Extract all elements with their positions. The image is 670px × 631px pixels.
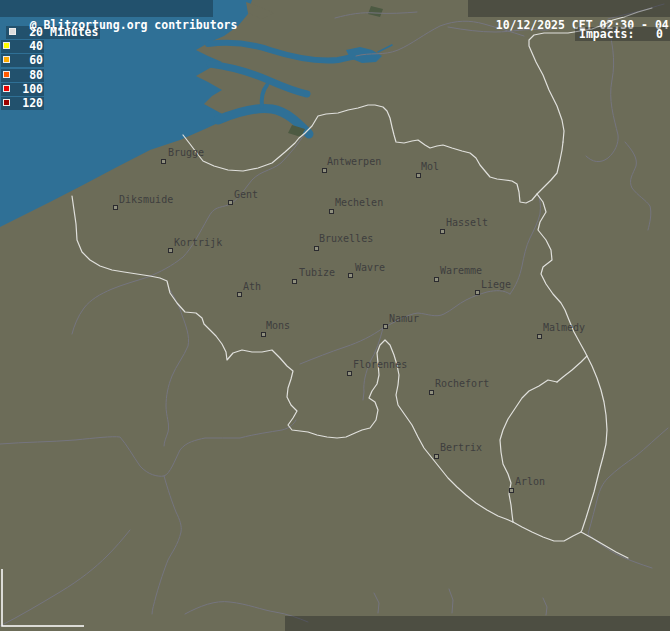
city-marker-gent (228, 200, 233, 205)
city-marker-liege (475, 290, 480, 295)
legend-minutes-value: 120 (22, 97, 43, 110)
impacts-value: 0 (656, 27, 663, 41)
city-label-tubize: Tubize (299, 267, 335, 278)
legend-swatch-120 (3, 99, 10, 106)
impacts-label: Impacts: (579, 27, 634, 41)
city-label-mol: Mol (421, 161, 439, 172)
city-label-namur: Namur (389, 313, 419, 324)
datetime-bar: 10/12/2025 CET 02:30 - 04:30 (468, 0, 670, 17)
city-marker-antwerpen (322, 168, 327, 173)
city-marker-ath (237, 292, 242, 297)
city-marker-tubize (292, 279, 297, 284)
city-marker-mol (416, 173, 421, 178)
city-marker-waremme (434, 277, 439, 282)
city-label-mechelen: Mechelen (335, 197, 383, 208)
city-label-ath: Ath (243, 281, 261, 292)
legend-row-60: 60 (1, 54, 44, 67)
legend-swatch-100 (3, 85, 10, 92)
city-marker-wavre (348, 273, 353, 278)
city-marker-bruxelles (314, 246, 319, 251)
lightning-map-screen: BruggeAntwerpenMolDiksmuideGentMechelenH… (0, 0, 670, 631)
city-label-bertrix: Bertrix (440, 442, 482, 453)
city-label-brugge: Brugge (168, 147, 204, 158)
city-label-gent: Gent (234, 189, 258, 200)
city-label-liege: Liege (481, 279, 511, 290)
attribution-text: @ Blitzortung.org contributors (30, 18, 238, 32)
city-marker-malmedy (537, 334, 542, 339)
city-label-antwerpen: Antwerpen (327, 156, 381, 167)
city-marker-brugge (161, 159, 166, 164)
city-label-kortrijk: Kortrijk (174, 237, 222, 248)
attribution-bar: @ Blitzortung.org contributors (0, 0, 213, 17)
legend-minutes-value: 60 (29, 54, 43, 67)
city-label-malmedy: Malmedy (543, 322, 585, 333)
city-label-hasselt: Hasselt (446, 217, 488, 228)
city-label-waremme: Waremme (440, 265, 482, 276)
legend-minutes-value: 100 (22, 83, 43, 96)
legend-swatch-60 (3, 56, 10, 63)
city-label-mons: Mons (266, 320, 290, 331)
city-label-arlon: Arlon (515, 476, 545, 487)
city-marker-rochefort (429, 390, 434, 395)
impacts-panel: Impacts: 0 (575, 27, 670, 41)
city-label-rochefort: Rochefort (435, 378, 489, 389)
legend-swatch-80 (3, 71, 10, 78)
footer-bar: Generated by www.meteobelgique.be / www.… (285, 616, 670, 631)
legend-minutes-value: 80 (29, 69, 43, 82)
city-marker-mechelen (329, 209, 334, 214)
city-label-wavre: Wavre (355, 262, 385, 273)
belgium-map (0, 0, 670, 631)
city-label-diksmuide: Diksmuide (119, 194, 173, 205)
city-marker-bertrix (434, 454, 439, 459)
legend-row-100: 100 (1, 83, 44, 96)
city-marker-arlon (509, 488, 514, 493)
city-label-bruxelles: Bruxelles (319, 233, 373, 244)
legend-row-80: 80 (1, 69, 44, 82)
city-marker-kortrijk (168, 248, 173, 253)
city-marker-namur (383, 324, 388, 329)
city-marker-hasselt (440, 229, 445, 234)
legend-minutes-value: 40 (29, 40, 43, 53)
city-marker-mons (261, 332, 266, 337)
city-marker-florennes (347, 371, 352, 376)
legend-row-120: 120 (1, 97, 44, 110)
city-marker-diksmuide (113, 205, 118, 210)
city-label-florennes: Florennes (353, 359, 407, 370)
